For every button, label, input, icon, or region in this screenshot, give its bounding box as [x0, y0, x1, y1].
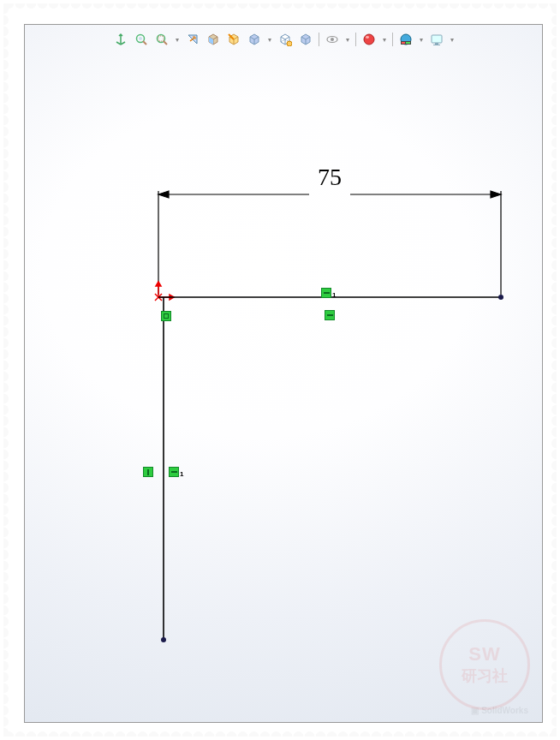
- svg-point-161: [3, 338, 9, 349]
- svg-point-213: [3, 628, 9, 638]
- relation-subscript: 1: [332, 291, 336, 299]
- relation-horizontal-icon[interactable]: [325, 310, 335, 320]
- svg-point-230: [551, 717, 557, 727]
- relation-vertical-icon[interactable]: [143, 467, 153, 477]
- svg-point-176: [551, 416, 557, 427]
- svg-point-14: [71, 731, 81, 737]
- svg-point-170: [551, 383, 557, 393]
- svg-point-35: [194, 3, 204, 9]
- watermark-line1: SW: [468, 643, 500, 665]
- svg-point-83: [461, 3, 471, 9]
- svg-point-229: [3, 717, 9, 727]
- relation-horizontal-icon[interactable]: [169, 467, 179, 477]
- svg-point-206: [551, 583, 557, 594]
- svg-point-155: [3, 305, 9, 315]
- svg-point-68: [372, 731, 382, 737]
- svg-point-42: [227, 731, 237, 737]
- svg-point-5: [27, 3, 37, 9]
- svg-point-200: [551, 550, 557, 560]
- svg-point-146: [551, 249, 557, 260]
- svg-point-79: [438, 3, 449, 9]
- svg-point-82: [450, 731, 460, 737]
- svg-point-197: [3, 539, 9, 549]
- svg-point-76: [416, 731, 426, 737]
- svg-point-25: [138, 3, 148, 9]
- svg-point-199: [3, 550, 9, 560]
- svg-point-96: [527, 731, 538, 737]
- svg-point-211: [3, 617, 9, 627]
- svg-point-179: [3, 439, 9, 449]
- svg-point-184: [551, 461, 557, 471]
- svg-point-26: [138, 731, 148, 737]
- svg-point-212: [551, 617, 557, 627]
- svg-point-132: [551, 171, 557, 182]
- svg-point-54: [294, 731, 304, 737]
- svg-point-188: [551, 483, 557, 493]
- svg-point-147: [3, 260, 9, 271]
- svg-point-166: [551, 361, 557, 371]
- svg-point-113: [3, 71, 9, 81]
- svg-point-109: [3, 49, 9, 59]
- watermark-footer: ▣ SolidWorks: [471, 706, 528, 715]
- svg-point-88: [483, 731, 493, 737]
- svg-point-182: [551, 450, 557, 460]
- svg-point-187: [3, 483, 9, 493]
- svg-point-87: [483, 3, 493, 9]
- svg-point-128: [551, 149, 557, 159]
- svg-point-103: [3, 15, 9, 26]
- svg-point-232: [551, 728, 557, 737]
- svg-point-202: [551, 561, 557, 571]
- svg-point-72: [394, 731, 404, 737]
- svg-point-9: [49, 3, 59, 9]
- svg-point-46: [249, 731, 259, 737]
- relation-coincident-icon[interactable]: [161, 311, 171, 321]
- svg-point-222: [551, 672, 557, 683]
- dimension-value[interactable]: 75: [318, 164, 342, 191]
- svg-point-62: [338, 731, 349, 737]
- svg-point-183: [3, 461, 9, 471]
- svg-point-11: [60, 3, 70, 9]
- svg-point-37: [205, 3, 215, 9]
- svg-point-116: [551, 82, 557, 92]
- svg-point-101: [3, 4, 9, 15]
- svg-point-142: [551, 227, 557, 237]
- svg-point-148: [551, 260, 557, 271]
- svg-point-31: [171, 3, 182, 9]
- svg-point-221: [3, 672, 9, 683]
- svg-point-59: [327, 3, 337, 9]
- sketch-endpoint: [498, 295, 503, 300]
- svg-point-12: [60, 731, 70, 737]
- svg-point-105: [3, 27, 9, 37]
- svg-point-154: [551, 294, 557, 304]
- svg-point-156: [551, 305, 557, 315]
- svg-point-63: [349, 3, 360, 9]
- svg-point-162: [551, 338, 557, 349]
- svg-point-55: [305, 3, 315, 9]
- svg-point-49: [271, 3, 282, 9]
- sketch-area[interactable]: 75 11: [25, 25, 542, 722]
- svg-point-205: [3, 583, 9, 594]
- graphics-viewport[interactable]: ▾▾▾▾▾▾ 75 11 SW 研习社 ▣ SolidWorks: [24, 24, 543, 723]
- svg-point-44: [238, 731, 248, 737]
- svg-point-91: [505, 3, 515, 9]
- svg-point-75: [416, 3, 426, 9]
- dimension-75: [158, 191, 501, 295]
- svg-point-69: [383, 3, 393, 9]
- svg-point-210: [551, 606, 557, 616]
- svg-point-19: [104, 3, 115, 9]
- svg-point-67: [372, 3, 382, 9]
- svg-point-144: [551, 238, 557, 248]
- svg-point-58: [316, 731, 326, 737]
- relation-horizontal-icon[interactable]: [321, 288, 331, 298]
- svg-point-4: [15, 731, 26, 737]
- svg-point-78: [427, 731, 438, 737]
- svg-point-102: [551, 4, 557, 15]
- svg-point-191: [3, 505, 9, 516]
- svg-point-203: [3, 572, 9, 582]
- svg-point-160: [551, 327, 557, 337]
- svg-point-126: [551, 138, 557, 148]
- svg-point-204: [551, 572, 557, 582]
- svg-point-133: [3, 182, 9, 193]
- svg-point-65: [360, 3, 371, 9]
- svg-point-66: [360, 731, 371, 737]
